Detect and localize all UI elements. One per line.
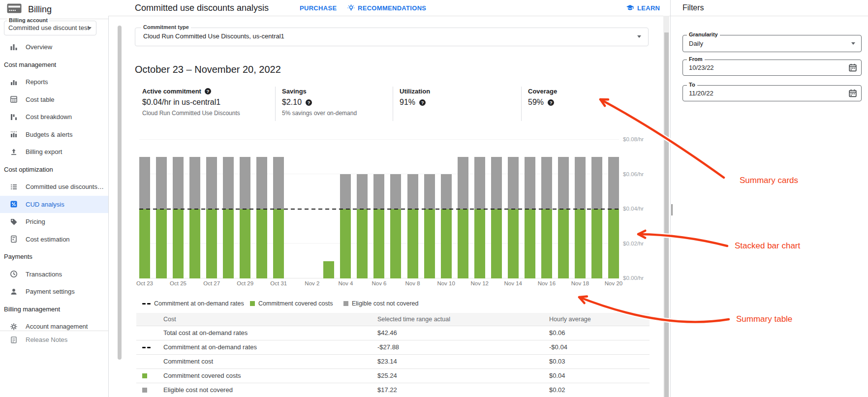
- product-name: Billing: [28, 4, 52, 15]
- bar-segment-not-covered: [441, 174, 452, 209]
- card-label: Active commitment?: [142, 88, 275, 95]
- sidebar-item-budgets-alerts[interactable]: Budgets & alerts: [0, 126, 108, 144]
- sidebar-section-header: Cost optimization: [0, 161, 108, 179]
- sidebar-item-overview[interactable]: Overview: [0, 38, 108, 56]
- bar-segment-not-covered: [508, 157, 519, 209]
- annotation-label: Summary table: [736, 314, 792, 324]
- bar-segment-not-covered: [156, 157, 167, 209]
- table-row: Total cost at on-demand rates$42.46$0.06: [136, 326, 650, 340]
- sidebar-item-payment-settings[interactable]: Payment settings: [0, 283, 108, 301]
- bar-nov-6: [373, 174, 384, 278]
- sidebar-item-committed-use-discounts[interactable]: Committed use discounts…: [0, 178, 108, 196]
- bar-segment-covered: [156, 209, 167, 278]
- sidebar-item-label: Cost breakdown: [26, 113, 72, 121]
- card-subtext: 5% savings over on-demand: [282, 110, 393, 117]
- cell-cost: Commitment covered costs: [163, 369, 377, 383]
- granularity-value: Daily: [689, 35, 703, 52]
- card-label: Coverage: [528, 88, 639, 95]
- col-header-actual: Selected time range actual: [377, 313, 549, 326]
- bar-segment-covered: [323, 261, 334, 278]
- x-axis-label: Nov 10: [437, 280, 455, 286]
- bar-oct-31: [273, 157, 284, 278]
- bar-segment-not-covered: [424, 174, 435, 209]
- gray-square-marker: [343, 301, 348, 306]
- cell-actual: $23.14: [377, 355, 549, 368]
- bar-nov-17: [558, 157, 569, 278]
- row-marker-cell: [136, 326, 163, 340]
- green-square-marker: [250, 301, 255, 306]
- bar-segment-not-covered: [373, 174, 384, 209]
- granularity-select[interactable]: Granularity Daily: [682, 35, 862, 52]
- bar-segment-not-covered: [541, 157, 552, 209]
- to-date-field[interactable]: To 11/20/22: [682, 85, 862, 101]
- from-date-field[interactable]: From 10/23/22: [682, 60, 862, 76]
- bar-segment-covered: [474, 209, 485, 278]
- bar-nov-14: [508, 157, 519, 278]
- bar-segment-not-covered: [240, 157, 250, 209]
- bar-nov-16: [541, 157, 552, 278]
- bar-segment-covered: [508, 209, 519, 278]
- card-label: Utilization: [400, 88, 521, 95]
- billing-account-select[interactable]: Billing account Committed use discount t…: [4, 21, 96, 35]
- page-header: Committed use discounts analysis PURCHAS…: [108, 0, 670, 16]
- cell-actual: $42.46: [377, 326, 549, 340]
- purchase-button[interactable]: PURCHASE: [300, 0, 337, 16]
- filters-header: Filters: [671, 0, 868, 16]
- sidebar-item-cost-estimation[interactable]: Cost estimation: [0, 231, 108, 248]
- help-icon[interactable]: ?: [419, 99, 426, 106]
- chart-x-axis: Oct 23Oct 25Oct 27Oct 29Oct 31Nov 2Nov 4…: [139, 280, 619, 287]
- commitment-type-select[interactable]: Commitment type Cloud Run Committed Use …: [135, 28, 649, 46]
- chart-bars: [139, 121, 619, 278]
- bar-segment-covered: [491, 209, 502, 278]
- bar-segment-not-covered: [575, 157, 586, 209]
- help-icon[interactable]: ?: [306, 99, 312, 106]
- card-value: 59%?: [528, 98, 639, 107]
- sidebar-item-release-notes[interactable]: Release Notes: [0, 331, 108, 349]
- main-scrollbar-thumb[interactable]: [664, 32, 669, 397]
- nav-scrollbar-thumb[interactable]: [118, 26, 122, 360]
- learn-button[interactable]: LEARN: [626, 0, 660, 16]
- calendar-icon[interactable]: [849, 89, 857, 99]
- legend-label: Eligible cost not covered: [352, 300, 419, 307]
- help-icon[interactable]: ?: [548, 99, 554, 106]
- billing-export-icon: [10, 148, 18, 156]
- row-marker-cell: [136, 355, 163, 368]
- sidebar-item-billing-export[interactable]: Billing export: [0, 143, 108, 161]
- sidebar-item-pricing[interactable]: Pricing: [0, 213, 108, 231]
- bar-oct-25: [173, 157, 184, 278]
- card-value: $0.04/hr in us-central1: [142, 98, 275, 107]
- bar-segment-covered: [424, 209, 435, 278]
- graduation-cap-icon: [626, 4, 634, 11]
- x-axis-label: Nov 16: [538, 280, 556, 286]
- card-label-text: Utilization: [400, 88, 430, 95]
- bar-segment-covered: [223, 209, 234, 278]
- sidebar-item-label: Cost table: [26, 96, 55, 103]
- bar-segment-not-covered: [173, 157, 184, 209]
- recommendations-label: RECOMMENDATIONS: [358, 4, 426, 12]
- bar-oct-23: [139, 157, 150, 278]
- bar-segment-not-covered: [491, 157, 502, 209]
- release-notes-icon: [10, 336, 18, 344]
- table-row: Eligible cost not covered$17.22$0.02: [136, 383, 650, 397]
- card-label-text: Coverage: [528, 88, 557, 95]
- sidebar-item-cost-breakdown[interactable]: Cost breakdown: [0, 108, 108, 126]
- summary-card-savings: Savings$2.10?5% savings over on-demand: [275, 87, 393, 121]
- recommendations-button[interactable]: RECOMMENDATIONS: [347, 0, 426, 16]
- filters-scrollbar-thumb[interactable]: [671, 204, 673, 215]
- bar-segment-not-covered: [223, 157, 234, 209]
- sidebar-item-reports[interactable]: Reports: [0, 73, 108, 91]
- sidebar-item-transactions[interactable]: Transactions: [0, 266, 108, 283]
- calendar-icon[interactable]: [849, 63, 857, 74]
- card-value-text: 91%: [400, 98, 415, 107]
- billing-card-icon: [7, 3, 22, 15]
- sidebar-item-cud-analysis[interactable]: CUD analysis: [0, 196, 108, 214]
- bar-segment-covered: [458, 209, 468, 278]
- bar-nov-8: [407, 174, 418, 278]
- sidebar-item-cost-table[interactable]: Cost table: [0, 91, 108, 109]
- help-icon[interactable]: ?: [205, 88, 211, 94]
- sidebar-item-label: Budgets & alerts: [26, 131, 72, 138]
- sidebar-item-label: CUD analysis: [26, 201, 64, 208]
- y-axis-label: $0.04/hr: [623, 206, 644, 212]
- x-axis-label: Oct 23: [136, 280, 153, 286]
- bar-segment-not-covered: [474, 157, 485, 209]
